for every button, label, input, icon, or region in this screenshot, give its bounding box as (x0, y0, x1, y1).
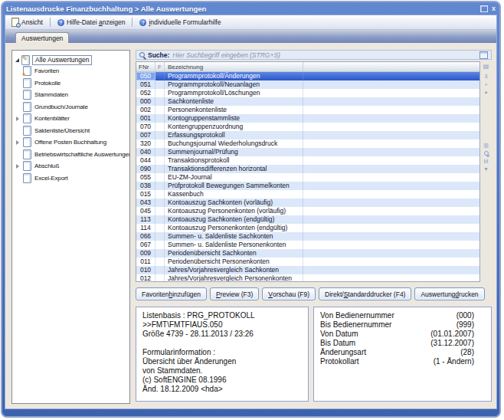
cell-fnr: 007 (136, 131, 155, 139)
toolbar-separator (50, 18, 51, 27)
column-picker-icon[interactable]: ▤ (482, 62, 490, 70)
cell-bezeichnung: Programmprotokoll/Änderungen (165, 72, 303, 80)
table-row[interactable]: 040Summenjournal/Prüfung (136, 148, 479, 156)
cell-filler (303, 165, 479, 173)
table-row[interactable]: 043Kontoauszug Sachkonten (vorläufig) (136, 199, 479, 207)
table-row[interactable]: 000Sachkontenliste (136, 97, 479, 106)
tree-item-betriebswirtschaftliche-auswertungen[interactable]: Betriebswirtschaftliche Auswertungen (23, 149, 128, 161)
toolbar-button-individuelle-formularhilfe[interactable]: individuelle Formularhilfe (136, 18, 224, 27)
tree-item-protokolle[interactable]: Protokolle (23, 77, 128, 90)
mark-icon[interactable]: M (482, 157, 490, 165)
navigate-up-icon[interactable]: ▴ (482, 88, 490, 96)
restore-icon[interactable] (480, 5, 488, 12)
table-row[interactable]: 051Programmprotokoll/Neuanlagen (136, 80, 479, 89)
zoom-icon[interactable] (482, 149, 490, 157)
column-header-fnr[interactable]: FNr (136, 62, 155, 71)
cell-filler (303, 207, 479, 215)
table-row[interactable]: 012Jahres/Vorjahresvergleich Personenkon… (136, 274, 479, 282)
table-row[interactable]: 055EU-ZM-Journal (136, 173, 479, 182)
toolbar-button-hilfe-datei-anzeigen[interactable]: Hilfe-Datei anzeigen (54, 18, 129, 27)
cell-filler (303, 123, 479, 131)
tree-root-alle-auswertungen[interactable]: Alle Auswertungen (15, 54, 128, 65)
table-row[interactable]: 067Summen- u. Saldenliste Personenkonten (136, 241, 479, 249)
cell-bezeichnung: Erfassungsprotokoll (165, 131, 303, 139)
table-row[interactable]: 070Kontengruppenzuordnung (136, 123, 479, 131)
tree-item-offene-posten-buchhaltung[interactable]: Offene Posten Buchhaltung (23, 136, 128, 149)
cell-fnr: 040 (136, 148, 155, 156)
cell-filler (303, 80, 479, 89)
parameter-label: Protokollart (320, 357, 404, 366)
cell-fnr: 052 (136, 89, 155, 97)
collapse-icon[interactable] (15, 58, 19, 62)
tree-item-abschluß[interactable]: Abschluß (23, 160, 128, 172)
tab-auswertungen[interactable]: Auswertungen (15, 32, 69, 43)
table-row[interactable]: 015Kassenbuch (136, 190, 479, 199)
table-row[interactable]: 052Programmprotokoll/Löschungen (136, 89, 479, 97)
edit-document-icon (21, 55, 30, 65)
main-panel: Suche: Hier Suchbegriff eingeben (STRG+S… (136, 50, 492, 404)
table-row[interactable]: 038Prüfprotokoll Bewegungen Sammelkonten (136, 182, 479, 190)
tree-item-excel-export[interactable]: Excel-Export (23, 172, 128, 185)
table-header[interactable]: FNr F Bezeichnung (136, 62, 479, 72)
columns-icon[interactable]: ▥ (482, 142, 490, 149)
cell-bezeichnung: Jahres/Vorjahresvergleich Personenkonten (165, 274, 303, 282)
cell-bezeichnung: Prüfprotokoll Bewegungen Sammelkonten (165, 182, 303, 190)
cell-f (155, 215, 165, 224)
table-row[interactable]: 045Kontoauszug Personenkonten (vorläufig… (136, 207, 479, 215)
close-icon[interactable] (492, 5, 496, 11)
cell-filler (303, 274, 479, 282)
direkt-standarddrucker-f4-button[interactable]: Direkt/Standarddrucker (F4) (319, 287, 411, 300)
cell-bezeichnung: Periodenübersicht Sachkonten (165, 249, 303, 258)
table-row[interactable]: 002Personenkontenliste (136, 106, 479, 114)
tree-item-kontenblätter[interactable]: Kontenblätter (23, 113, 128, 125)
table-row[interactable]: 007Erfassungsprotokoll (136, 131, 479, 139)
table-row[interactable]: 114Kontoauszug Personenkonten (endgültig… (136, 224, 479, 232)
tree-item-stammdaten[interactable]: Stammdaten (23, 89, 128, 101)
expand-icon[interactable] (16, 140, 19, 145)
cell-bezeichnung: Periodenübersicht Personenkonten (165, 258, 303, 266)
preview-f3-button[interactable]: Preview (F3) (210, 287, 259, 300)
auswertung-drucken-button[interactable]: Auswertung drucken (414, 287, 484, 300)
table-row[interactable]: 011Periodenübersicht Personenkonten (136, 258, 479, 266)
column-header-f[interactable]: F (155, 62, 165, 71)
parameter-row: Änderungsart(28) (320, 348, 485, 357)
info-line: Formularinformation : (142, 348, 302, 357)
document-icon (23, 78, 31, 88)
cell-filler (303, 266, 479, 274)
expand-icon[interactable] (16, 116, 19, 121)
table-row[interactable]: 050Programmprotokoll/Änderungen (136, 72, 479, 80)
expand-icon[interactable] (16, 164, 19, 169)
table-row[interactable]: 090Transaktionsdifferenzen horizontal (136, 165, 479, 173)
cell-f (155, 89, 165, 97)
favoriten-hinzufügen-button[interactable]: Favoriten hinzufügen (136, 287, 207, 300)
tree-item-favoriten[interactable]: Favoriten (23, 65, 128, 77)
titlebar[interactable]: Listenausdrucke Finanzbuchhaltung > Alle… (2, 2, 500, 15)
cell-bezeichnung: Programmprotokoll/Neuanlagen (165, 80, 303, 89)
column-header-bezeichnung[interactable]: Bezeichnung (165, 62, 303, 71)
search-input[interactable]: Hier Suchbegriff eingeben (STRG+S) (172, 51, 476, 59)
table-row[interactable]: 010Jahres/Vorjahresvergleich Sachkonten (136, 266, 479, 274)
navigate-top-icon[interactable]: ⊼ (482, 73, 490, 80)
toolbar-button-ansicht[interactable]: Ansicht (8, 17, 46, 28)
table-row[interactable]: 009Periodenübersicht Sachkonten (136, 249, 479, 258)
tree-item-saldenliste-übersicht[interactable]: Saldenliste/Übersicht (23, 125, 128, 137)
table-row[interactable]: 320Buchungsjournal Wiederholungsdruck (136, 139, 479, 148)
info-panels: Listenbasis : PRG_PROTOKOLL>>FMT\FMTFIAU… (136, 307, 492, 402)
table-row[interactable]: 044Transaktionsprotokoll (136, 156, 479, 165)
table-row[interactable]: 001Kontogruppenstammliste (136, 114, 479, 123)
cell-filler (303, 199, 479, 207)
help-icon (139, 19, 146, 26)
tree-item-grundbuch-journale[interactable]: Grundbuch/Journale (23, 101, 128, 113)
document-icon (23, 161, 31, 171)
table-row[interactable]: 113Kontoauszug Sachkonten (endgültig) (136, 215, 479, 224)
window: Listenausdrucke Finanzbuchhaltung > Alle… (2, 2, 500, 417)
table-row[interactable]: 066Summen- u. Saldenliste Sachkonten (136, 232, 479, 241)
filter-icon[interactable]: ▼ (482, 165, 490, 172)
cell-f (155, 72, 165, 80)
vorschau-f9-button[interactable]: Vorschau (F9) (262, 287, 316, 300)
cell-fnr: 043 (136, 199, 155, 207)
insert-row-icon[interactable]: + (482, 80, 490, 88)
cell-bezeichnung: Kontengruppenzuordnung (165, 123, 303, 131)
search-bar[interactable]: Suche: Hier Suchbegriff eingeben (STRG+S… (136, 50, 492, 60)
panel-toggle-icon[interactable] (479, 51, 488, 59)
